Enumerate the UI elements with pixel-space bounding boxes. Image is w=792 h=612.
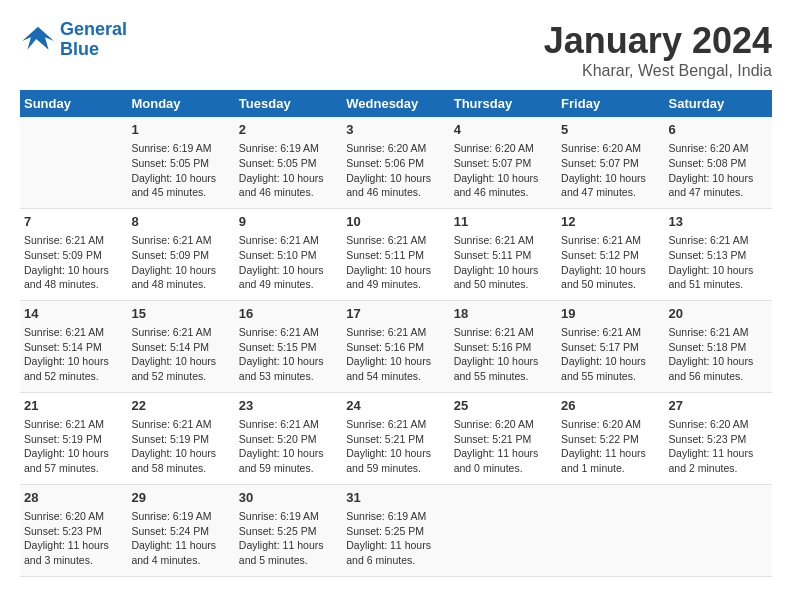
sunset-time: Sunset: 5:06 PM <box>346 156 445 171</box>
daylight-hours: Daylight: 10 hours and 50 minutes. <box>454 263 553 292</box>
sunset-time: Sunset: 5:25 PM <box>239 524 338 539</box>
sunrise-time: Sunrise: 6:19 AM <box>131 141 230 156</box>
day-of-week-header: Friday <box>557 90 664 117</box>
sunrise-time: Sunrise: 6:19 AM <box>239 509 338 524</box>
calendar-day-cell: 7Sunrise: 6:21 AMSunset: 5:09 PMDaylight… <box>20 208 127 300</box>
sunset-time: Sunset: 5:14 PM <box>131 340 230 355</box>
sunset-time: Sunset: 5:24 PM <box>131 524 230 539</box>
title-block: January 2024 Kharar, West Bengal, India <box>544 20 772 80</box>
daylight-hours: Daylight: 10 hours and 53 minutes. <box>239 354 338 383</box>
calendar-day-cell: 10Sunrise: 6:21 AMSunset: 5:11 PMDayligh… <box>342 208 449 300</box>
calendar-day-cell: 8Sunrise: 6:21 AMSunset: 5:09 PMDaylight… <box>127 208 234 300</box>
daylight-hours: Daylight: 10 hours and 45 minutes. <box>131 171 230 200</box>
calendar-day-cell: 17Sunrise: 6:21 AMSunset: 5:16 PMDayligh… <box>342 300 449 392</box>
daylight-hours: Daylight: 10 hours and 55 minutes. <box>561 354 660 383</box>
day-number: 4 <box>454 121 553 139</box>
day-number: 21 <box>24 397 123 415</box>
calendar-week-row: 7Sunrise: 6:21 AMSunset: 5:09 PMDaylight… <box>20 208 772 300</box>
day-number: 3 <box>346 121 445 139</box>
calendar-day-cell: 30Sunrise: 6:19 AMSunset: 5:25 PMDayligh… <box>235 484 342 576</box>
daylight-hours: Daylight: 10 hours and 46 minutes. <box>346 171 445 200</box>
sunrise-time: Sunrise: 6:19 AM <box>239 141 338 156</box>
calendar-day-cell: 13Sunrise: 6:21 AMSunset: 5:13 PMDayligh… <box>665 208 772 300</box>
calendar-day-cell: 21Sunrise: 6:21 AMSunset: 5:19 PMDayligh… <box>20 392 127 484</box>
daylight-hours: Daylight: 10 hours and 46 minutes. <box>239 171 338 200</box>
calendar-day-cell: 20Sunrise: 6:21 AMSunset: 5:18 PMDayligh… <box>665 300 772 392</box>
day-number: 24 <box>346 397 445 415</box>
calendar-day-cell: 9Sunrise: 6:21 AMSunset: 5:10 PMDaylight… <box>235 208 342 300</box>
day-number: 31 <box>346 489 445 507</box>
sunset-time: Sunset: 5:15 PM <box>239 340 338 355</box>
calendar-week-row: 28Sunrise: 6:20 AMSunset: 5:23 PMDayligh… <box>20 484 772 576</box>
calendar-day-cell: 31Sunrise: 6:19 AMSunset: 5:25 PMDayligh… <box>342 484 449 576</box>
sunset-time: Sunset: 5:13 PM <box>669 248 768 263</box>
daylight-hours: Daylight: 11 hours and 6 minutes. <box>346 538 445 567</box>
calendar-title: January 2024 <box>544 20 772 62</box>
sunset-time: Sunset: 5:09 PM <box>24 248 123 263</box>
sunset-time: Sunset: 5:07 PM <box>454 156 553 171</box>
daylight-hours: Daylight: 11 hours and 1 minute. <box>561 446 660 475</box>
sunrise-time: Sunrise: 6:21 AM <box>346 233 445 248</box>
sunset-time: Sunset: 5:08 PM <box>669 156 768 171</box>
sunrise-time: Sunrise: 6:21 AM <box>561 325 660 340</box>
day-number: 11 <box>454 213 553 231</box>
daylight-hours: Daylight: 10 hours and 59 minutes. <box>346 446 445 475</box>
sunrise-time: Sunrise: 6:21 AM <box>24 233 123 248</box>
sunset-time: Sunset: 5:22 PM <box>561 432 660 447</box>
sunset-time: Sunset: 5:23 PM <box>24 524 123 539</box>
sunrise-time: Sunrise: 6:20 AM <box>561 417 660 432</box>
day-number: 13 <box>669 213 768 231</box>
day-number: 2 <box>239 121 338 139</box>
daylight-hours: Daylight: 10 hours and 52 minutes. <box>131 354 230 383</box>
calendar-day-cell <box>557 484 664 576</box>
calendar-day-cell: 5Sunrise: 6:20 AMSunset: 5:07 PMDaylight… <box>557 117 664 208</box>
sunrise-time: Sunrise: 6:21 AM <box>346 417 445 432</box>
sunset-time: Sunset: 5:19 PM <box>24 432 123 447</box>
daylight-hours: Daylight: 10 hours and 46 minutes. <box>454 171 553 200</box>
header: General Blue January 2024 Kharar, West B… <box>20 20 772 80</box>
calendar-day-cell: 23Sunrise: 6:21 AMSunset: 5:20 PMDayligh… <box>235 392 342 484</box>
logo-icon <box>20 25 56 55</box>
sunrise-time: Sunrise: 6:20 AM <box>454 141 553 156</box>
calendar-header-row: SundayMondayTuesdayWednesdayThursdayFrid… <box>20 90 772 117</box>
calendar-day-cell: 26Sunrise: 6:20 AMSunset: 5:22 PMDayligh… <box>557 392 664 484</box>
daylight-hours: Daylight: 10 hours and 49 minutes. <box>239 263 338 292</box>
sunrise-time: Sunrise: 6:21 AM <box>131 233 230 248</box>
sunrise-time: Sunrise: 6:21 AM <box>131 325 230 340</box>
sunrise-time: Sunrise: 6:21 AM <box>239 233 338 248</box>
day-number: 25 <box>454 397 553 415</box>
day-number: 6 <box>669 121 768 139</box>
calendar-day-cell: 4Sunrise: 6:20 AMSunset: 5:07 PMDaylight… <box>450 117 557 208</box>
day-number: 10 <box>346 213 445 231</box>
sunset-time: Sunset: 5:17 PM <box>561 340 660 355</box>
day-of-week-header: Tuesday <box>235 90 342 117</box>
sunrise-time: Sunrise: 6:20 AM <box>454 417 553 432</box>
day-number: 9 <box>239 213 338 231</box>
calendar-day-cell: 28Sunrise: 6:20 AMSunset: 5:23 PMDayligh… <box>20 484 127 576</box>
sunset-time: Sunset: 5:16 PM <box>346 340 445 355</box>
calendar-week-row: 1Sunrise: 6:19 AMSunset: 5:05 PMDaylight… <box>20 117 772 208</box>
sunrise-time: Sunrise: 6:20 AM <box>669 417 768 432</box>
sunset-time: Sunset: 5:18 PM <box>669 340 768 355</box>
sunset-time: Sunset: 5:09 PM <box>131 248 230 263</box>
sunrise-time: Sunrise: 6:19 AM <box>346 509 445 524</box>
daylight-hours: Daylight: 10 hours and 47 minutes. <box>669 171 768 200</box>
sunrise-time: Sunrise: 6:21 AM <box>24 417 123 432</box>
daylight-hours: Daylight: 10 hours and 57 minutes. <box>24 446 123 475</box>
calendar-day-cell: 24Sunrise: 6:21 AMSunset: 5:21 PMDayligh… <box>342 392 449 484</box>
sunrise-time: Sunrise: 6:20 AM <box>346 141 445 156</box>
day-number: 1 <box>131 121 230 139</box>
calendar-day-cell: 15Sunrise: 6:21 AMSunset: 5:14 PMDayligh… <box>127 300 234 392</box>
calendar-day-cell: 6Sunrise: 6:20 AMSunset: 5:08 PMDaylight… <box>665 117 772 208</box>
daylight-hours: Daylight: 11 hours and 0 minutes. <box>454 446 553 475</box>
daylight-hours: Daylight: 10 hours and 55 minutes. <box>454 354 553 383</box>
sunrise-time: Sunrise: 6:21 AM <box>239 417 338 432</box>
daylight-hours: Daylight: 10 hours and 56 minutes. <box>669 354 768 383</box>
sunset-time: Sunset: 5:25 PM <box>346 524 445 539</box>
calendar-subtitle: Kharar, West Bengal, India <box>544 62 772 80</box>
calendar-day-cell: 1Sunrise: 6:19 AMSunset: 5:05 PMDaylight… <box>127 117 234 208</box>
calendar-day-cell: 18Sunrise: 6:21 AMSunset: 5:16 PMDayligh… <box>450 300 557 392</box>
sunrise-time: Sunrise: 6:21 AM <box>669 325 768 340</box>
sunset-time: Sunset: 5:05 PM <box>131 156 230 171</box>
calendar-day-cell: 3Sunrise: 6:20 AMSunset: 5:06 PMDaylight… <box>342 117 449 208</box>
